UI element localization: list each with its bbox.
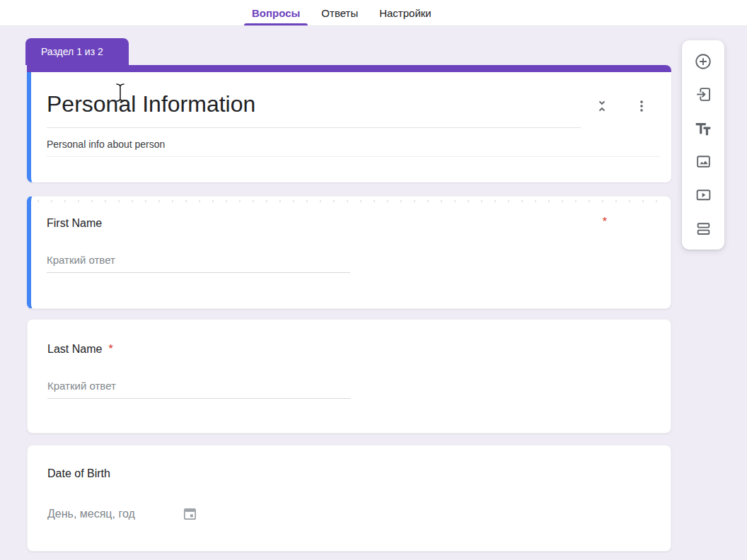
section-icon	[695, 220, 712, 238]
drag-handle-dots[interactable]	[37, 200, 665, 202]
question-card-first-name[interactable]: First Name * Краткий ответ	[27, 196, 671, 309]
form-header-card[interactable]: Personal Information Personal info about…	[27, 65, 671, 182]
question-title-text: Last Name	[47, 343, 102, 355]
section-badge-label: Раздел 1 из 2	[41, 46, 103, 57]
tab-settings-label: Настройки	[379, 7, 432, 19]
form-description-field[interactable]: Personal info about person	[47, 139, 660, 157]
text-cursor-icon	[115, 83, 125, 103]
question-title[interactable]: Date of Birth	[47, 467, 110, 480]
section-menu-button[interactable]	[632, 96, 652, 116]
form-header-body: Personal Information Personal info about…	[27, 72, 671, 182]
short-answer-placeholder: Краткий ответ	[47, 380, 351, 399]
import-questions-button[interactable]	[692, 83, 714, 106]
question-card-last-name[interactable]: Last Name* Краткий ответ	[27, 319, 671, 433]
question-title[interactable]: First Name	[47, 217, 102, 230]
import-icon	[695, 86, 712, 103]
form-title-field[interactable]: Personal Information	[47, 91, 581, 128]
kebab-menu-icon	[634, 98, 649, 114]
header-accent-bar	[27, 65, 671, 72]
add-video-button[interactable]	[692, 184, 714, 206]
date-answer-preview: День, месяц, год	[47, 506, 198, 522]
short-answer-placeholder: Краткий ответ	[47, 254, 350, 273]
date-placeholder: День, месяц, год	[47, 508, 135, 520]
add-image-button[interactable]	[692, 151, 714, 173]
unfold-less-icon	[594, 98, 610, 114]
video-icon	[695, 186, 712, 204]
add-question-button[interactable]	[692, 50, 714, 73]
add-section-button[interactable]	[692, 217, 714, 240]
add-title-description-button[interactable]	[692, 117, 714, 139]
tab-responses[interactable]: Ответы	[313, 0, 366, 25]
tab-settings[interactable]: Настройки	[371, 0, 439, 25]
side-toolbar	[682, 40, 724, 250]
plus-circle-icon	[694, 52, 712, 71]
calendar-icon	[182, 506, 198, 522]
top-bar: Вопросы Ответы Настройки	[0, 0, 747, 26]
required-asterisk: *	[603, 216, 607, 228]
text-fields-icon	[694, 119, 712, 137]
form-tabs: Вопросы Ответы Настройки	[244, 0, 445, 25]
question-card-date-of-birth[interactable]: Date of Birth День, месяц, год	[27, 445, 671, 552]
image-icon	[695, 153, 712, 170]
tab-questions-label: Вопросы	[252, 7, 300, 19]
tab-questions[interactable]: Вопросы	[244, 0, 308, 25]
section-badge: Раздел 1 из 2	[25, 38, 129, 65]
header-actions	[592, 96, 652, 116]
tab-responses-label: Ответы	[321, 7, 358, 19]
question-title[interactable]: Last Name*	[47, 343, 113, 356]
collapse-section-button[interactable]	[592, 96, 612, 116]
required-asterisk: *	[108, 343, 112, 355]
